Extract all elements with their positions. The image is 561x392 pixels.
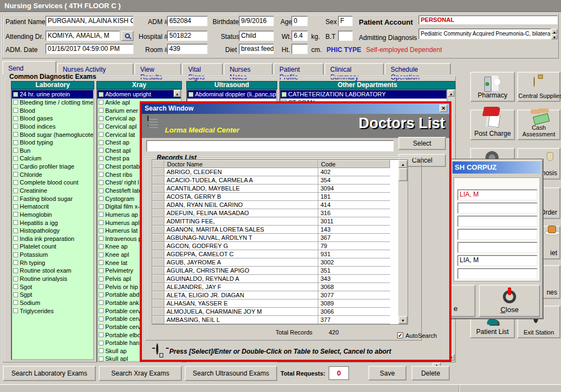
checkbox-icon[interactable] — [99, 100, 104, 105]
checkbox-icon[interactable] — [13, 116, 18, 121]
checkbox-icon[interactable] — [99, 341, 104, 345]
tab[interactable]: Vital Signs — [182, 63, 223, 74]
laboratory-list-item[interactable]: Triglycerides — [12, 307, 93, 315]
laboratory-list-item[interactable]: Chloride — [12, 170, 93, 178]
checkbox-icon[interactable] — [99, 220, 104, 225]
row-selector[interactable] — [152, 316, 164, 324]
checkbox-icon[interactable] — [13, 276, 18, 281]
row-selector[interactable] — [152, 226, 164, 234]
checkbox-icon[interactable] — [99, 268, 104, 273]
checkbox-icon[interactable] — [13, 228, 18, 233]
doctor-row[interactable]: AGUB, JAYROME A 3002 — [152, 258, 408, 267]
xray-scroll-up[interactable]: ▲ — [174, 90, 181, 97]
doctor-row[interactable]: ALETA, ELIGIO JR. DIAGAN 3077 — [152, 291, 408, 299]
doctor-row[interactable]: AGUILAR, CHRISTINE APIGO 351 — [152, 267, 408, 275]
laboratory-list-item[interactable]: Blood — [12, 106, 93, 114]
checkbox-icon[interactable] — [99, 92, 104, 97]
doctor-row[interactable]: ACOSTA, GERRY B 181 — [152, 193, 408, 201]
row-selector[interactable] — [152, 193, 164, 201]
row-selector[interactable] — [152, 267, 164, 275]
row-selector[interactable] — [152, 176, 164, 185]
laboratory-list-item[interactable]: Hematocrit — [12, 203, 93, 211]
tab[interactable]: View Results — [134, 63, 182, 74]
laboratory-list-item[interactable]: Blood typing — [12, 139, 93, 147]
checkbox-icon[interactable] — [13, 164, 18, 169]
checkbox-icon[interactable] — [13, 156, 18, 161]
cash-assessment-button[interactable]: Cash Assessment — [517, 109, 560, 140]
diagnosis-spin-down[interactable]: ▼ — [551, 34, 558, 39]
ultrasound-list-item[interactable]: Abdominal doppler (li.,panc,sp — [187, 90, 276, 99]
checkbox-icon[interactable] — [99, 348, 104, 353]
other-departments-list-item[interactable]: CATHETERIZATION LABORATORY — [280, 90, 446, 99]
patient-name-field[interactable]: PURGANAN, ALAINA KISH COR — [45, 16, 134, 26]
doctor-row[interactable]: ADEFUIN, FELINA MASADAO 316 — [152, 209, 408, 217]
checkbox-icon[interactable] — [99, 244, 104, 249]
checkbox-icon[interactable] — [99, 132, 104, 137]
checkbox-icon[interactable] — [99, 116, 104, 121]
row-selector[interactable] — [152, 250, 164, 258]
checkbox-icon[interactable] — [13, 108, 18, 113]
laboratory-list-item[interactable]: Sgpt — [12, 291, 93, 299]
status-field[interactable]: Child — [239, 31, 274, 41]
laboratory-list-item[interactable]: Routine urinalysis — [12, 275, 93, 283]
row-selector[interactable] — [152, 275, 164, 283]
autosearch-checkbox[interactable]: ✓ — [397, 332, 403, 338]
doctor-row[interactable]: ADMITTING FEE, 3011 — [152, 217, 408, 226]
checkbox-icon[interactable] — [99, 196, 104, 201]
checkbox-icon[interactable] — [13, 92, 18, 97]
charge-field-6[interactable]: LIA, M — [457, 255, 537, 266]
checkbox-icon[interactable] — [99, 316, 104, 321]
checkbox-icon[interactable] — [99, 108, 104, 113]
xray-list-item[interactable]: Abdomen upright — [98, 90, 181, 99]
height-field[interactable] — [291, 44, 308, 54]
scroll-up-icon[interactable]: ▲ — [398, 160, 408, 168]
laboratory-list-item[interactable]: Blood sugar (haemoglucotest — [12, 130, 93, 139]
admitting-diagnosis-field[interactable]: Pediatric Community Acquired Pneumonia-C… — [419, 28, 551, 39]
patient-account-field[interactable]: PERSONAL — [419, 15, 558, 25]
checkbox-icon[interactable] — [99, 324, 104, 329]
checkbox-icon[interactable] — [13, 220, 18, 225]
laboratory-list-item[interactable]: Bun — [12, 146, 93, 154]
checkbox-icon[interactable] — [99, 332, 104, 337]
diagnosis-spin-up[interactable]: ▲ — [551, 28, 558, 34]
checkbox-icon[interactable] — [13, 172, 18, 177]
checkbox-icon[interactable] — [13, 204, 18, 209]
row-selector[interactable] — [152, 185, 164, 193]
checkbox-icon[interactable] — [13, 244, 18, 249]
laboratory-list-item[interactable]: Sodium — [12, 299, 93, 307]
checkbox-icon[interactable] — [13, 252, 18, 257]
checkbox-icon[interactable] — [99, 308, 104, 313]
checkbox-icon[interactable] — [99, 204, 104, 209]
checkbox-icon[interactable] — [13, 196, 18, 201]
tab[interactable]: Clinical Summary — [324, 63, 384, 74]
birthdate-field[interactable]: 9/9/2016 — [239, 16, 274, 26]
checkbox-icon[interactable] — [99, 228, 104, 233]
checkbox-icon[interactable] — [99, 260, 104, 265]
doctor-row[interactable]: AMBASING, NEIL L 377 — [152, 316, 408, 324]
doctor-row[interactable]: ALMOJUELA, CHARMAINE JOY M 3066 — [152, 308, 408, 316]
laboratory-list-item[interactable]: India ink preparation — [12, 235, 93, 243]
modal-titlebar[interactable]: Search Window ✕ — [142, 103, 449, 114]
hospital-number-field[interactable]: 501822 — [167, 31, 208, 41]
laboratory-list-item[interactable]: Sgot — [12, 283, 93, 291]
checkbox-icon[interactable] — [282, 92, 287, 97]
doctor-search-input[interactable] — [146, 140, 394, 152]
doctor-row[interactable]: ALHASAN, YASSER E 3089 — [152, 299, 408, 308]
row-selector[interactable] — [152, 242, 164, 250]
charge-field-5[interactable] — [457, 242, 537, 253]
doctor-row[interactable]: AGDEPPA, CAMELOT C 931 — [152, 250, 408, 258]
row-selector[interactable] — [152, 308, 164, 316]
scrollbar-thumb[interactable] — [398, 168, 408, 181]
pharmacy-button[interactable]: Pharmacy — [470, 72, 515, 102]
laboratory-list-item[interactable]: Hepatitis a igg — [12, 218, 93, 227]
row-selector[interactable] — [152, 201, 164, 209]
row-selector[interactable] — [152, 291, 164, 299]
checkbox-icon[interactable] — [13, 300, 18, 305]
row-selector[interactable] — [152, 209, 164, 217]
doctor-row[interactable]: ACANTILADO, MAYBELLE 3094 — [152, 185, 408, 193]
checkbox-icon[interactable] — [99, 148, 104, 153]
checkbox-icon[interactable] — [13, 236, 18, 241]
checkbox-icon[interactable] — [13, 212, 18, 217]
checkbox-icon[interactable] — [99, 172, 104, 177]
checkbox-icon[interactable] — [13, 268, 18, 273]
